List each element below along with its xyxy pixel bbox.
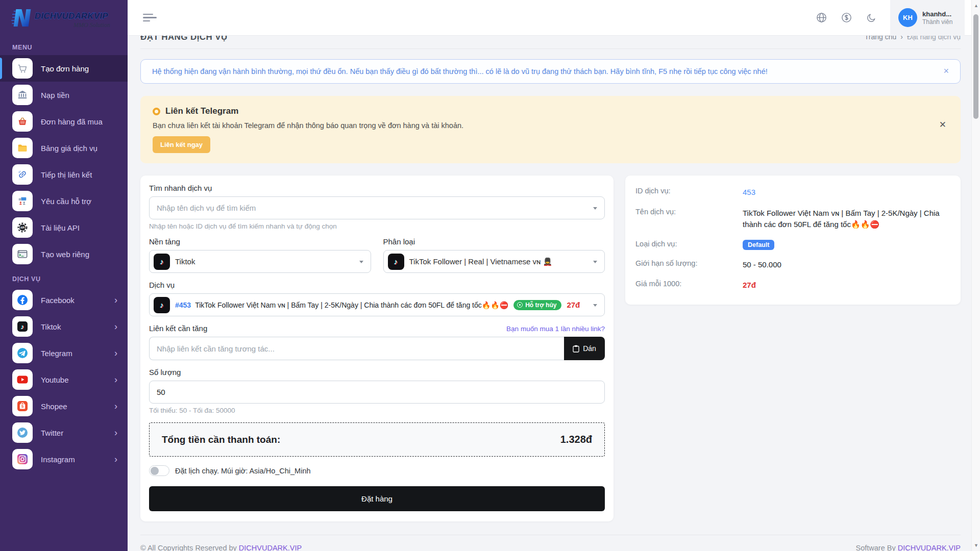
sidebar-item-instagram[interactable]: Instagram › (0, 446, 128, 472)
sidebar-item-nap-tien[interactable]: Nạp tiền (0, 82, 128, 108)
dark-mode-moon-icon[interactable] (866, 12, 877, 23)
chevron-down-icon (593, 207, 597, 210)
alert-message: Hệ thống hiện đang vận hành bình thường,… (152, 67, 768, 76)
total-value: 1.328đ (560, 434, 592, 445)
scroll-down-icon[interactable]: ▼ (972, 543, 980, 548)
sidebar-item-youtube[interactable]: Youtube › (0, 366, 128, 393)
telegram-icon (12, 343, 33, 363)
order-form-card: Tìm nhanh dịch vụ Nhập tên dịch vụ để tì… (140, 176, 614, 521)
chevron-down-icon (593, 304, 597, 307)
telegram-link-button[interactable]: Liên kết ngay (153, 136, 210, 153)
search-help: Nhập tên hoặc ID dịch vụ để tìm kiếm nha… (149, 222, 605, 230)
link-label: Liên kết cần tăng (149, 324, 207, 333)
sidebar-item-tiktok[interactable]: ♪♪♪ Tiktok › (0, 313, 128, 340)
avatar: KH (898, 8, 917, 27)
platform-select[interactable]: ♪ Tiktok (149, 250, 371, 273)
sidebar-item-label: Instagram (41, 455, 106, 464)
youtube-icon (12, 369, 33, 390)
service-label: Dịch vụ (149, 281, 605, 289)
footer-brand-link[interactable]: DICHVUDARK.VIP (239, 544, 302, 551)
sidebar-item-label: Twitter (41, 429, 106, 437)
scroll-up-icon[interactable]: ▲ (972, 3, 980, 8)
search-placeholder: Nhập tên dịch vụ để tìm kiếm (157, 204, 256, 212)
category-select[interactable]: ♪ TikTok Follower | Real | Vietnamese ᴠɴ… (383, 250, 605, 273)
sidebar-item-shopee[interactable]: S Shopee › (0, 393, 128, 419)
multi-link-hint-link[interactable]: Bạn muốn mua 1 lần nhiều link? (506, 325, 605, 333)
target-link-input[interactable] (149, 337, 564, 360)
breadcrumb-current: Đặt hàng dịch vụ (907, 36, 961, 41)
sidebar-item-label: Facebook (41, 296, 106, 305)
close-icon[interactable]: × (943, 67, 949, 74)
toggle-knob (151, 467, 159, 475)
software-by: Software By DICHVUDARK.VIP (856, 544, 961, 551)
copyright: © All Copyrights Reserved by DICHVUDARK.… (140, 544, 302, 551)
category-value: TikTok Follower | Real | Vietnamese ᴠɴ 💂 (409, 257, 553, 266)
telegram-status-icon (153, 108, 160, 115)
service-search-select[interactable]: Nhập tên dịch vụ để tìm kiếm (149, 196, 605, 219)
info-row: Giá mỗi 1000: 27đ (635, 280, 950, 291)
sidebar-section-dich-vu: DỊCH VỤ (0, 276, 128, 283)
service-id-value: 453 (743, 187, 950, 198)
chevron-right-icon: › (114, 402, 117, 411)
paste-button[interactable]: Dán (564, 337, 605, 360)
chevron-right-icon: › (114, 455, 117, 464)
cart-icon (12, 58, 33, 79)
api-icon: API (12, 217, 33, 238)
search-label: Tìm nhanh dịch vụ (149, 184, 605, 192)
tiktok-icon: ♪ (388, 254, 404, 270)
hamburger-menu-icon[interactable] (143, 14, 157, 22)
scrollbar-thumb[interactable] (973, 14, 978, 119)
logo[interactable]: DICHVUDARKVIP MMO Solution (0, 0, 128, 36)
tiktok-icon: ♪ (154, 254, 170, 270)
sidebar-item-facebook[interactable]: Facebook › (0, 287, 128, 313)
schedule-label: Đặt lịch chạy. Múi giờ: Asia/Ho_Chi_Minh (175, 467, 311, 475)
quantity-limit-value: 50 - 50.000 (743, 259, 950, 271)
chevron-right-icon: › (114, 295, 117, 305)
schedule-toggle[interactable] (149, 465, 169, 476)
page-scrollbar[interactable]: ▲ ▼ (971, 0, 980, 551)
system-alert: Hệ thống hiện đang vận hành bình thường,… (140, 59, 961, 84)
sidebar-item-label: Tạo đơn hàng (41, 64, 117, 73)
sidebar-item-label: Tài liệu API (41, 223, 117, 232)
sidebar-item-label: Shopee (41, 402, 106, 411)
info-row: ID dịch vụ: 453 (635, 187, 950, 198)
svg-text:API: API (20, 226, 25, 229)
page-head: ĐẶT HÀNG DỊCH VỤ Trang chủ › Đặt hàng dị… (140, 36, 961, 49)
close-icon[interactable]: ✕ (939, 119, 946, 130)
support-icon (12, 191, 33, 211)
folder-icon (12, 138, 33, 158)
quantity-input[interactable] (149, 381, 605, 404)
platform-value: Tiktok (175, 257, 195, 266)
sidebar-item-label: Youtube (41, 375, 106, 384)
sidebar-item-don-hang-da-mua[interactable]: Đơn hàng đã mua (0, 108, 128, 135)
currency-icon[interactable] (841, 12, 852, 23)
chevron-down-icon (593, 261, 597, 263)
basket-icon (12, 111, 33, 132)
sidebar-item-tao-don-hang[interactable]: Tạo đơn hàng (0, 55, 128, 82)
sidebar: DICHVUDARKVIP MMO Solution MENU Tạo đơn … (0, 0, 128, 551)
tiktok-icon: ♪ (154, 297, 170, 313)
sidebar-item-telegram[interactable]: Telegram › (0, 340, 128, 366)
footer-brand-link[interactable]: DICHVUDARK.VIP (898, 544, 961, 551)
sidebar-item-twitter[interactable]: Twitter › (0, 419, 128, 446)
sidebar-item-tai-lieu-api[interactable]: API Tài liệu API (0, 214, 128, 241)
globe-icon[interactable] (816, 12, 827, 23)
price-per-1000-value: 27đ (743, 280, 950, 291)
breadcrumb-home[interactable]: Trang chủ (865, 36, 897, 41)
user-name: khanhd... (922, 10, 952, 19)
sidebar-item-yeu-cau-ho-tro[interactable]: Yêu cầu hỗ trợ (0, 188, 128, 214)
sidebar-item-tiep-thi-lien-ket[interactable]: Tiếp thị liên kết (0, 161, 128, 188)
sidebar-item-bang-gia-dich-vu[interactable]: Bảng giá dịch vụ (0, 135, 128, 161)
platform-label: Nền tảng (149, 237, 371, 246)
service-select[interactable]: ♪ #453 TikTok Follower Việt Nam ᴠɴ | Bấm… (149, 293, 605, 316)
badge-icon (517, 302, 523, 308)
logo-subtitle: MMO Solution (73, 21, 110, 29)
service-price: 27đ (567, 300, 580, 309)
page-footer: © All Copyrights Reserved by DICHVUDARK.… (140, 535, 961, 551)
sidebar-item-tao-web-rieng[interactable]: Tạo web riêng (0, 241, 128, 267)
total-label: Tổng tiền cần thanh toán: (162, 434, 280, 445)
breadcrumb-separator: › (900, 36, 903, 41)
place-order-button[interactable]: Đặt hàng (149, 486, 605, 511)
bank-icon (12, 85, 33, 105)
user-menu[interactable]: KH khanhd... Thành viên (890, 0, 965, 36)
